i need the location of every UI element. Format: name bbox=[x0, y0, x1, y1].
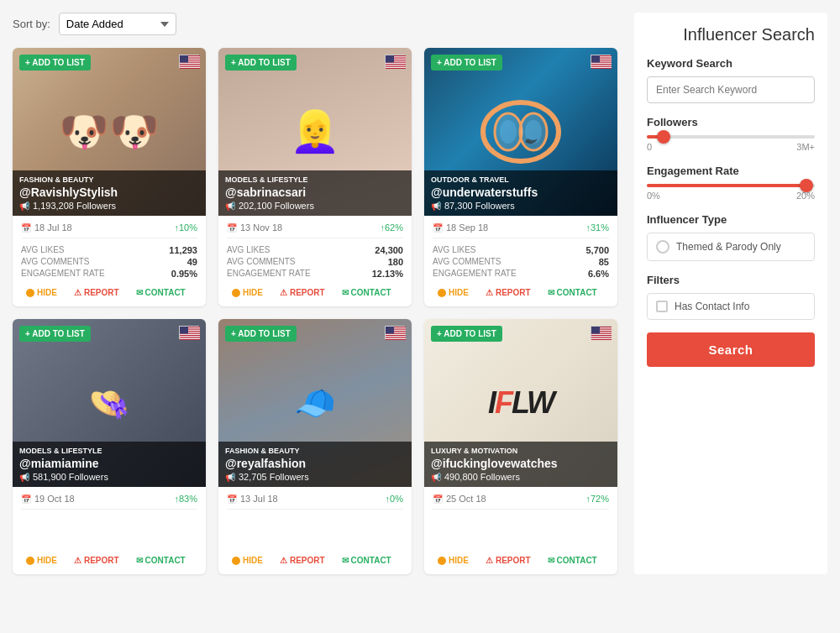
speaker-icon: 📢 bbox=[431, 473, 441, 482]
contact-button-card6[interactable]: ✉ CONTACT bbox=[543, 553, 602, 568]
card-body-card4: 📅 19 Oct 18 ↑83% HIDE ⚠ REPORT ✉ CONTACT bbox=[13, 487, 206, 574]
contact-button-card5[interactable]: ✉ CONTACT bbox=[337, 553, 396, 568]
engagement-thumb[interactable] bbox=[800, 179, 813, 192]
card-image-card4: 👒 + ADD TO LIST Models & Lifestyle @miam… bbox=[13, 319, 206, 487]
contact-envelope-icon: ✉ bbox=[548, 288, 554, 297]
add-to-list-button-card6[interactable]: + ADD TO LIST bbox=[431, 326, 502, 342]
themed-parody-radio[interactable] bbox=[656, 240, 669, 254]
card-username-card6: @ifuckinglovewatches bbox=[431, 457, 611, 470]
contact-button-card1[interactable]: ✉ CONTACT bbox=[131, 285, 191, 300]
hide-button-card6[interactable]: HIDE bbox=[433, 553, 474, 568]
report-button-card6[interactable]: ⚠ REPORT bbox=[480, 553, 536, 568]
report-triangle-icon: ⚠ bbox=[486, 556, 493, 565]
followers-thumb[interactable] bbox=[657, 130, 670, 144]
card-meta-card2: 📅 13 Nov 18 ↑62% bbox=[227, 222, 403, 238]
card-trending-card6: ↑72% bbox=[585, 494, 609, 504]
add-to-list-button-card3[interactable]: + ADD TO LIST bbox=[431, 55, 502, 71]
card-stats-card3: AVG LIKES 5,700 AVG COMMENTS 85 ENGAGEME… bbox=[433, 245, 609, 279]
stat-avg-comments-row: AVG COMMENTS 85 bbox=[433, 257, 609, 267]
card-overlay-card2: Models & Lifestyle @sabrinacsari 📢 202,1… bbox=[218, 170, 412, 216]
hide-button-card1[interactable]: HIDE bbox=[21, 285, 62, 300]
card-body-card3: 📅 18 Sep 18 ↑31% AVG LIKES 5,700 AVG COM… bbox=[424, 216, 617, 306]
card-body-card1: 📅 18 Jul 18 ↑10% AVG LIKES 11,293 AVG CO… bbox=[13, 216, 206, 306]
avg-comments-label: AVG COMMENTS bbox=[433, 257, 501, 267]
speaker-icon: 📢 bbox=[431, 201, 441, 211]
card-username-card4: @miamiamine bbox=[19, 457, 199, 470]
card-followers-card2: 📢 202,100 Followers bbox=[225, 201, 405, 211]
add-to-list-button-card2[interactable]: + ADD TO LIST bbox=[225, 55, 297, 71]
svg-rect-7 bbox=[180, 55, 188, 63]
flag-card2 bbox=[385, 55, 405, 68]
panel-title: Influencer Search bbox=[647, 25, 815, 44]
sort-select[interactable]: Date Added Followers Engagement Rate Avg… bbox=[59, 13, 176, 35]
contact-button-card4[interactable]: ✉ CONTACT bbox=[131, 553, 191, 568]
add-to-list-button-card5[interactable]: + ADD TO LIST bbox=[225, 326, 297, 342]
hide-button-card4[interactable]: HIDE bbox=[21, 553, 62, 568]
stat-engagement-row: ENGAGEMENT RATE 6.6% bbox=[433, 269, 609, 279]
calendar-icon: 📅 bbox=[21, 223, 31, 233]
has-contact-info-checkbox[interactable] bbox=[656, 301, 668, 312]
avg-likes-value: 24,300 bbox=[375, 245, 403, 255]
card-meta-card1: 📅 18 Jul 18 ↑10% bbox=[21, 222, 197, 238]
contact-button-card2[interactable]: ✉ CONTACT bbox=[337, 285, 396, 300]
card-actions-card6: HIDE ⚠ REPORT ✉ CONTACT bbox=[433, 553, 609, 568]
contact-envelope-icon: ✉ bbox=[548, 556, 554, 565]
card-date-card1: 📅 18 Jul 18 bbox=[21, 222, 72, 233]
card-meta-card5: 📅 13 Jul 18 ↑0% bbox=[227, 494, 403, 510]
engagement-section: Engagement Rate 0% 20% bbox=[647, 165, 815, 201]
hide-circle-icon bbox=[438, 289, 446, 297]
svg-rect-25 bbox=[591, 63, 612, 64]
card-trending-card2: ↑62% bbox=[380, 222, 403, 233]
card-card5: 🧢 + ADD TO LIST Fashion & Beauty @reyalf… bbox=[218, 319, 412, 574]
svg-rect-52 bbox=[591, 327, 600, 334]
report-button-card1[interactable]: ⚠ REPORT bbox=[69, 285, 124, 300]
cards-grid: 🐶🐶 + ADD TO LIST Fashion & Beauty @Ravis… bbox=[13, 48, 617, 574]
hide-circle-icon bbox=[232, 557, 240, 565]
followers-labels: 0 3M+ bbox=[647, 142, 815, 152]
themed-parody-option[interactable]: Themed & Parody Only bbox=[647, 233, 815, 261]
calendar-icon: 📅 bbox=[433, 223, 443, 233]
followers-label: Followers bbox=[647, 116, 815, 128]
svg-rect-49 bbox=[591, 334, 612, 335]
contact-button-card3[interactable]: ✉ CONTACT bbox=[543, 285, 602, 300]
hide-button-card3[interactable]: HIDE bbox=[433, 285, 474, 300]
card-overlay-card5: Fashion & Beauty @reyalfashion 📢 32,705 … bbox=[218, 442, 412, 487]
card-image-card6: IFLW + ADD TO LIST Luxury & Motivation @… bbox=[424, 319, 617, 487]
report-button-card3[interactable]: ⚠ REPORT bbox=[480, 285, 536, 300]
card-date-card4: 📅 19 Oct 18 bbox=[21, 494, 75, 504]
card-overlay-card6: Luxury & Motivation @ifuckinglovewatches… bbox=[424, 442, 617, 487]
followers-slider[interactable] bbox=[647, 135, 815, 139]
report-triangle-icon: ⚠ bbox=[486, 288, 493, 297]
card-category-card1: Fashion & Beauty bbox=[19, 175, 199, 184]
report-button-card2[interactable]: ⚠ REPORT bbox=[275, 285, 330, 300]
hide-circle-icon bbox=[26, 289, 34, 297]
engagement-slider[interactable] bbox=[647, 184, 815, 187]
svg-rect-27 bbox=[591, 67, 612, 68]
followers-min: 0 bbox=[647, 142, 652, 152]
card-category-card4: Models & Lifestyle bbox=[19, 447, 199, 455]
card-category-card2: Models & Lifestyle bbox=[225, 175, 405, 184]
engagement-rate-label: ENGAGEMENT RATE bbox=[21, 269, 105, 279]
search-button[interactable]: Search bbox=[647, 332, 815, 367]
card-category-card3: Outdoor & Travel bbox=[431, 175, 611, 184]
card-date-card3: 📅 18 Sep 18 bbox=[433, 222, 488, 233]
influencer-type-section: Influencer Type Themed & Parody Only bbox=[647, 213, 815, 261]
followers-max: 3M+ bbox=[796, 142, 815, 152]
card-card4: 👒 + ADD TO LIST Models & Lifestyle @miam… bbox=[13, 319, 206, 574]
hide-button-card5[interactable]: HIDE bbox=[227, 553, 268, 568]
report-triangle-icon: ⚠ bbox=[74, 288, 81, 297]
has-contact-info-option[interactable]: Has Contact Info bbox=[647, 293, 815, 320]
add-to-list-button-card4[interactable]: + ADD TO LIST bbox=[19, 326, 91, 342]
keyword-input[interactable] bbox=[647, 76, 815, 103]
report-button-card5[interactable]: ⚠ REPORT bbox=[275, 553, 330, 568]
contact-envelope-icon: ✉ bbox=[136, 556, 143, 565]
sort-label: Sort by: bbox=[13, 18, 50, 30]
calendar-icon: 📅 bbox=[433, 494, 443, 504]
flag-card3 bbox=[591, 55, 611, 68]
avg-comments-label: AVG COMMENTS bbox=[21, 257, 89, 267]
report-button-card4[interactable]: ⚠ REPORT bbox=[69, 553, 124, 568]
calendar-icon: 📅 bbox=[227, 223, 237, 233]
add-to-list-button-card1[interactable]: + ADD TO LIST bbox=[19, 55, 91, 71]
themed-parody-label: Themed & Parody Only bbox=[676, 241, 781, 253]
hide-button-card2[interactable]: HIDE bbox=[227, 285, 268, 300]
